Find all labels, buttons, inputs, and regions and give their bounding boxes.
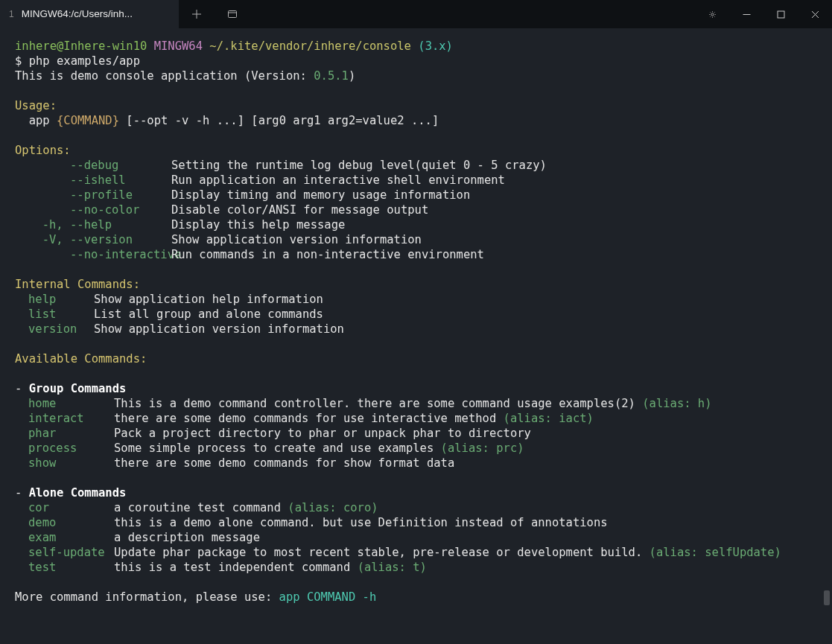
gear-icon: [708, 10, 717, 19]
internal-row: helpShow application help information: [15, 292, 817, 307]
option-row: --debugSetting the runtime log debug lev…: [15, 158, 817, 173]
tab-index: 1: [9, 7, 14, 22]
option-row: --profileDisplay timing and memory usage…: [15, 188, 817, 203]
svg-rect-0: [229, 11, 237, 18]
alone-row: testthis is a test independent command (…: [15, 560, 817, 575]
group-commands-heading: - Group Commands: [15, 381, 817, 396]
option-row: --no-interactiveRun commands in a non-in…: [15, 247, 817, 262]
option-row: --no-colorDisable color/ANSI for message…: [15, 203, 817, 217]
group-row: homeThis is a demo command controller. t…: [15, 396, 817, 411]
new-tab-button[interactable]: [179, 0, 215, 28]
internal-row: versionShow application version informat…: [15, 322, 817, 337]
prompt-line: inhere@Inhere-win10 MINGW64 ~/.kite/vend…: [15, 39, 817, 54]
internal-heading: Internal Commands:: [15, 277, 817, 292]
minimize-button[interactable]: [729, 0, 763, 28]
command-line: $ php examples/app: [15, 54, 817, 68]
option-row: --ishellRun application an interactive s…: [15, 173, 817, 188]
intro-line: This is demo console application (Versio…: [15, 68, 817, 83]
group-row: interactthere are some demo commands for…: [15, 411, 817, 426]
svg-rect-2: [778, 11, 784, 18]
tab-title: MINGW64:/c/Users/inh...: [22, 7, 133, 22]
option-row: -h, --helpDisplay this help message: [15, 217, 817, 232]
scrollbar-thumb[interactable]: [824, 590, 830, 605]
group-row: processSome simple process to create and…: [15, 441, 817, 456]
available-heading: Available Commands:: [15, 351, 817, 366]
maximize-icon: [777, 10, 785, 19]
options-heading: Options:: [15, 143, 817, 158]
settings-button[interactable]: [695, 0, 729, 28]
minimize-icon: [743, 10, 751, 19]
alone-commands-heading: - Alone Commands: [15, 485, 817, 500]
footer-line: More command information, please use: ap…: [15, 590, 817, 605]
alone-row: self-updateUpdate phar package to most r…: [15, 545, 817, 560]
svg-point-1: [711, 13, 713, 15]
alone-row: cora coroutine test command (alias: coro…: [15, 500, 817, 515]
internal-row: listList all group and alone commands: [15, 307, 817, 322]
close-button[interactable]: [798, 0, 832, 28]
close-icon: [811, 10, 819, 19]
usage-heading: Usage:: [15, 98, 817, 113]
alone-row: exama description message: [15, 530, 817, 545]
alone-row: demothis is a demo alone command. but us…: [15, 515, 817, 530]
usage-line: app {COMMAND} [--opt -v -h ...] [arg0 ar…: [15, 113, 817, 128]
window-split-icon: [227, 9, 238, 19]
maximize-button[interactable]: [763, 0, 798, 28]
tab-dropdown-button[interactable]: [215, 0, 250, 28]
title-bar: 1 MINGW64:/c/Users/inh...: [0, 0, 832, 28]
plus-icon: [191, 9, 202, 19]
terminal-body[interactable]: inhere@Inhere-win10 MINGW64 ~/.kite/vend…: [0, 28, 832, 612]
tab-active[interactable]: 1 MINGW64:/c/Users/inh...: [0, 0, 179, 28]
group-row: showthere are some demo commands for sho…: [15, 456, 817, 471]
group-row: pharPack a project directory to phar or …: [15, 426, 817, 441]
option-row: -V, --versionShow application version in…: [15, 232, 817, 247]
